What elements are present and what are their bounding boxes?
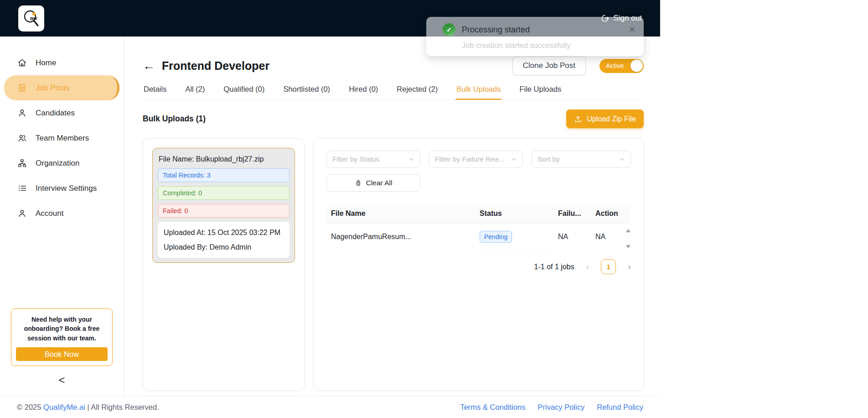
success-check-icon: ✓ bbox=[443, 23, 455, 36]
column-header-action: Action bbox=[591, 204, 631, 224]
clear-icon bbox=[355, 179, 362, 187]
main-content: ← Frontend Developer Clone Job Post Acti… bbox=[124, 37, 660, 396]
qualifyme-logo[interactable]: me bbox=[18, 5, 44, 31]
sidebar-item-label: Organization bbox=[36, 159, 79, 168]
uploaded-by-text: Uploaded By: Demo Admin bbox=[164, 242, 284, 252]
sidebar-item-job-posts[interactable]: Job Posts bbox=[4, 75, 119, 100]
toggle-label: Active bbox=[606, 62, 624, 69]
sidebar-collapse-icon[interactable]: < bbox=[0, 370, 124, 391]
toggle-knob bbox=[630, 60, 643, 72]
qualifyme-link[interactable]: QualifyMe.ai bbox=[43, 403, 85, 412]
filters-row: Filter by Status Filter by Failure Rea..… bbox=[326, 151, 631, 168]
person-icon bbox=[17, 108, 27, 118]
previous-page-icon[interactable]: ‹ bbox=[586, 261, 589, 272]
tab-file-uploads[interactable]: File Uploads bbox=[518, 80, 562, 99]
upload-jobs-panel: Filter by Status Filter by Failure Rea..… bbox=[314, 138, 644, 391]
cell-failure: NA bbox=[553, 226, 591, 248]
uploaded-at-text: Uploaded At: 15 Oct 2025 03:22 PM bbox=[164, 227, 284, 238]
job-posts-icon bbox=[17, 83, 27, 93]
tab-all[interactable]: All (2) bbox=[184, 80, 206, 99]
upload-icon bbox=[574, 115, 582, 123]
privacy-policy-link[interactable]: Privacy Policy bbox=[537, 403, 584, 412]
upload-meta-box: Uploaded At: 15 Oct 2025 03:22 PM Upload… bbox=[158, 222, 289, 258]
filter-failure-placeholder: Filter by Failure Rea... bbox=[435, 155, 504, 163]
pagination: 1-1 of 1 jobs ‹ 1 › bbox=[326, 259, 631, 274]
sidebar-item-candidates[interactable]: Candidates bbox=[4, 100, 119, 125]
sidebar-item-home[interactable]: Home bbox=[4, 50, 119, 75]
book-now-button[interactable]: Book Now bbox=[16, 347, 108, 361]
scroll-down-icon[interactable] bbox=[626, 245, 630, 248]
sidebar-item-team-members[interactable]: Team Members bbox=[4, 125, 119, 151]
terms-link[interactable]: Terms & Conditions bbox=[460, 403, 525, 412]
sort-by-placeholder: Sort by bbox=[537, 155, 560, 163]
sidebar-item-label: Home bbox=[36, 58, 56, 68]
column-header-file-name: File Name bbox=[326, 204, 475, 224]
column-header-failure: Failu... bbox=[553, 204, 591, 224]
clone-job-post-button[interactable]: Clone Job Post bbox=[512, 56, 586, 75]
footer: © 2025 QualifyMe.ai | All Rights Reserve… bbox=[0, 396, 660, 418]
bulk-upload-card[interactable]: File Name: Bulkupload_rbj27.zip Total Re… bbox=[152, 148, 295, 263]
sidebar-item-label: Interview Settings bbox=[36, 184, 97, 193]
tab-hired[interactable]: Hired (0) bbox=[348, 80, 379, 99]
active-status-toggle[interactable]: Active bbox=[599, 59, 644, 73]
chevron-down-icon bbox=[408, 157, 414, 162]
svg-text:me: me bbox=[30, 15, 37, 21]
scroll-up-icon[interactable] bbox=[626, 229, 630, 232]
org-chart-icon bbox=[17, 158, 27, 168]
upload-zip-file-button[interactable]: Upload Zip File bbox=[566, 110, 644, 128]
help-text: Need help with your onboarding? Book a f… bbox=[16, 315, 108, 343]
filter-by-status-select[interactable]: Filter by Status bbox=[326, 151, 420, 168]
failed-badge: Failed: 0 bbox=[158, 204, 289, 218]
magnifier-logo-icon: me bbox=[21, 8, 41, 28]
upload-button-label: Upload Zip File bbox=[587, 115, 636, 123]
next-page-icon[interactable]: › bbox=[628, 261, 631, 272]
sidebar-item-account[interactable]: Account bbox=[4, 201, 119, 226]
table-header-row: File Name Status Failu... Action bbox=[326, 204, 631, 224]
table-row[interactable]: NagenderPamuResum... Pending NA NA bbox=[326, 224, 631, 250]
copyright-suffix: | All Rights Reserved. bbox=[85, 403, 159, 412]
tab-rejected[interactable]: Rejected (2) bbox=[396, 80, 439, 99]
clear-all-button[interactable]: Clear All bbox=[326, 174, 420, 192]
cell-file-name: NagenderPamuResum... bbox=[326, 226, 475, 248]
sidebar-item-organization[interactable]: Organization bbox=[4, 151, 119, 176]
sort-by-select[interactable]: Sort by bbox=[532, 151, 631, 168]
back-arrow-icon[interactable]: ← bbox=[143, 60, 162, 72]
toast-title: Processing started bbox=[462, 25, 530, 35]
person-icon bbox=[17, 209, 27, 218]
clear-all-label: Clear All bbox=[366, 179, 393, 187]
toast-close-icon[interactable]: ✕ bbox=[629, 26, 636, 34]
section-title: Bulk Uploads (1) bbox=[143, 114, 206, 124]
total-records-badge: Total Records: 3 bbox=[158, 168, 289, 182]
sidebar-item-label: Job Posts bbox=[36, 84, 70, 93]
filter-status-placeholder: Filter by Status bbox=[332, 155, 379, 163]
refund-policy-link[interactable]: Refund Policy bbox=[597, 403, 643, 412]
people-icon bbox=[17, 133, 27, 143]
toast-notification: ✓ Processing started ✕ Job creation star… bbox=[426, 17, 644, 56]
status-badge: Pending bbox=[480, 231, 512, 243]
page-1-button[interactable]: 1 bbox=[601, 259, 616, 274]
tab-details[interactable]: Details bbox=[143, 80, 167, 99]
upload-file-name: File Name: Bulkupload_rbj27.zip bbox=[158, 153, 289, 168]
title-row: ← Frontend Developer Clone Job Post Acti… bbox=[143, 56, 644, 76]
copyright-prefix: © 2025 bbox=[17, 403, 43, 412]
onboarding-help-box: Need help with your onboarding? Book a f… bbox=[11, 308, 113, 366]
tab-qualified[interactable]: Qualified (0) bbox=[223, 80, 266, 99]
sidebar-item-label: Team Members bbox=[36, 134, 89, 143]
column-header-status: Status bbox=[475, 204, 553, 224]
page-title: Frontend Developer bbox=[162, 59, 269, 73]
chevron-down-icon bbox=[619, 157, 625, 162]
sidebar-item-interview-settings[interactable]: Interview Settings bbox=[4, 176, 119, 201]
completed-badge: Completed: 0 bbox=[158, 186, 289, 200]
chevron-down-icon bbox=[511, 157, 517, 162]
toast-message: Job creation started successfully bbox=[462, 41, 636, 50]
home-icon bbox=[17, 58, 27, 68]
tab-bulk-uploads[interactable]: Bulk Uploads bbox=[455, 80, 501, 99]
sidebar: Home Job Posts Candidates bbox=[0, 37, 124, 396]
uploads-table: File Name Status Failu... Action Nagende… bbox=[326, 204, 631, 250]
sidebar-nav: Home Job Posts Candidates bbox=[0, 50, 124, 226]
tab-shortlisted[interactable]: Shortlisted (0) bbox=[282, 80, 331, 99]
sidebar-item-label: Account bbox=[36, 209, 63, 218]
table-scrollbar[interactable] bbox=[625, 228, 631, 250]
section-header-row: Bulk Uploads (1) Upload Zip File bbox=[143, 110, 644, 128]
filter-by-failure-select[interactable]: Filter by Failure Rea... bbox=[429, 151, 523, 168]
